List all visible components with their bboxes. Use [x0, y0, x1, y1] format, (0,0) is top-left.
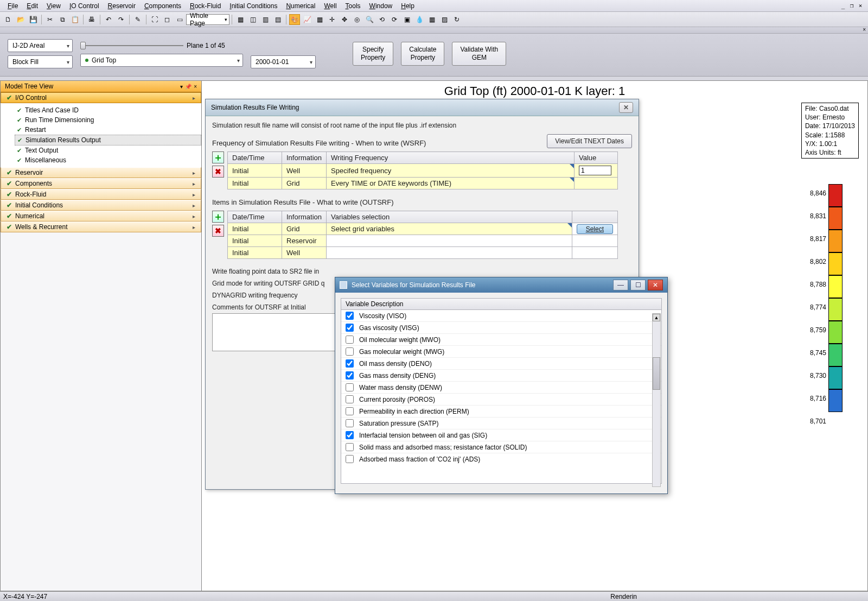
save-icon[interactable]: 💾 [28, 14, 39, 25]
outsrf-table[interactable]: Date/TimeInformationVariables selection … [227, 211, 618, 259]
edit-icon[interactable]: ✎ [132, 14, 143, 25]
tree-leaf-simulation-results-output[interactable]: ✔Simulation Results Output [15, 135, 201, 145]
variable-row[interactable]: Viscosity (VISO) [341, 310, 661, 322]
open-file-icon[interactable]: 📂 [15, 14, 26, 25]
variable-row[interactable]: Adsorbed mass fraction of 'CO2 inj' (ADS… [341, 453, 661, 465]
paste-icon[interactable]: 📋 [69, 14, 80, 25]
zoom-region-icon[interactable]: ◻ [162, 14, 173, 25]
menu-edit[interactable]: Edit [22, 1, 42, 11]
view-tnext-dates-button[interactable]: View/Edit TNEXT Dates [547, 134, 632, 148]
grid-icon[interactable]: ▦ [314, 14, 325, 25]
print-icon[interactable]: 🖶 [86, 14, 97, 25]
plane-slider[interactable] [80, 41, 183, 50]
variable-checkbox[interactable] [346, 419, 354, 427]
window-close-icon[interactable]: × [856, 2, 865, 9]
dialog2-close-button[interactable]: ✕ [648, 280, 663, 290]
zoom-selection-icon[interactable]: ▭ [174, 14, 185, 25]
menu-help[interactable]: Help [397, 1, 419, 11]
rotate-icon[interactable]: ⟲ [376, 14, 387, 25]
copy-icon[interactable]: ⧉ [57, 14, 68, 25]
variable-row[interactable]: Saturation pressure (SATP) [341, 417, 661, 429]
variable-row[interactable]: Permeability in each direction (PERM) [341, 406, 661, 417]
variable-checkbox[interactable] [346, 336, 354, 344]
variable-row[interactable]: Gas molecular weight (MWG) [341, 346, 661, 358]
date-combo[interactable]: 2000-01-01 [251, 55, 316, 68]
variable-checkbox[interactable] [346, 359, 354, 368]
menu-tools[interactable]: Tools [341, 1, 365, 11]
tree-pin-icon[interactable]: 📌 [185, 84, 192, 90]
zoom-in-icon[interactable]: 🔍 [364, 14, 375, 25]
variable-list[interactable]: Viscosity (VISO)Gas viscosity (VISG)Oil … [341, 310, 662, 484]
chart-icon[interactable]: 📈 [302, 14, 312, 25]
table-row[interactable]: InitialWell [228, 247, 618, 259]
undo-icon[interactable]: ↶ [103, 14, 114, 25]
value-input[interactable] [579, 166, 611, 175]
select-variables-button[interactable]: Select [577, 224, 613, 234]
window-restore-icon[interactable]: ❐ [847, 2, 856, 9]
validate-gem-button[interactable]: Validate With GEM [452, 42, 506, 66]
view-3d-icon[interactable]: ◫ [247, 14, 258, 25]
view-layer-icon[interactable]: ▤ [272, 14, 283, 25]
variable-checkbox[interactable] [346, 443, 354, 451]
ribbon-close-icon[interactable]: × [863, 27, 866, 33]
tree-leaf-text-output[interactable]: ✔Text Output [15, 145, 201, 155]
droplet-icon[interactable]: 💧 [414, 14, 425, 25]
variable-checkbox[interactable] [346, 371, 354, 379]
variable-row[interactable]: Oil mass density (DENO) [341, 358, 661, 370]
variable-list-scrollbar[interactable]: ▲ [652, 313, 661, 487]
variable-row[interactable]: Gas viscosity (VISG) [341, 322, 661, 334]
fill-mode-combo[interactable]: Block Fill [8, 55, 73, 68]
zoom-level-combo[interactable]: Whole Page [186, 14, 229, 25]
variable-checkbox[interactable] [346, 312, 354, 320]
reset-icon[interactable]: ⟳ [389, 14, 400, 25]
menu-numerical[interactable]: Numerical [282, 1, 320, 11]
items-add-button[interactable]: ＋ [212, 211, 224, 223]
tree-section-rock-fluid[interactable]: ✔Rock-Fluid▸ [1, 189, 201, 200]
menu-initial-conditions[interactable]: Initial Conditions [225, 1, 282, 11]
variable-checkbox[interactable] [346, 324, 354, 332]
dialog2-minimize-button[interactable]: — [613, 280, 628, 290]
freq-add-button[interactable]: ＋ [212, 151, 224, 163]
menu-well[interactable]: Well [320, 1, 341, 11]
variable-row[interactable]: Oil molecular weight (MWO) [341, 334, 661, 346]
variable-row[interactable]: Water mass density (DENW) [341, 382, 661, 394]
menu-rock-fluid[interactable]: Rock-Fluid [186, 1, 225, 11]
scroll-thumb[interactable] [653, 357, 660, 390]
variable-checkbox[interactable] [346, 431, 354, 439]
dialog1-close-button[interactable]: ✕ [619, 102, 633, 113]
new-file-icon[interactable]: 🗋 [3, 14, 14, 25]
menu-window[interactable]: Window [365, 1, 397, 11]
refresh-icon[interactable]: ↻ [451, 14, 462, 25]
fullscreen-icon[interactable]: ⛶ [149, 14, 160, 25]
tree-section-initial-conditions[interactable]: ✔Initial Conditions▸ [1, 200, 201, 211]
region-icon[interactable]: ▣ [401, 14, 412, 25]
wsrf-table[interactable]: Date/TimeInformationWriting FrequencyVal… [227, 151, 618, 189]
menu-components[interactable]: Components [140, 1, 186, 11]
tree-section-reservoir[interactable]: ✔Reservoir▸ [1, 167, 201, 178]
tree-section-components[interactable]: ✔Components▸ [1, 178, 201, 189]
window-minimize-icon[interactable]: _ [839, 2, 847, 9]
variable-row[interactable]: Interfacial tension between oil and gas … [341, 429, 661, 441]
tree-section-i-o-control[interactable]: ✔I/O Control▸ [1, 92, 201, 103]
variable-row[interactable]: Current porosity (POROS) [341, 394, 661, 406]
dialog2-maximize-button[interactable]: ☐ [630, 280, 646, 290]
variable-checkbox[interactable] [346, 347, 354, 356]
menu-io-control[interactable]: IO Control [65, 1, 104, 11]
variable-row[interactable]: Solid mass and adsorbed mass; resistance… [341, 441, 661, 453]
table-icon[interactable]: ▦ [235, 14, 246, 25]
palette-icon[interactable]: 🎨 [289, 14, 300, 25]
tree-section-wells-recurrent[interactable]: ✔Wells & Recurrent▸ [1, 222, 201, 232]
property-combo[interactable]: Grid Top [80, 54, 243, 67]
freq-delete-button[interactable]: ✖ [212, 166, 224, 178]
target-icon[interactable]: ◎ [352, 14, 362, 25]
menu-file[interactable]: File [3, 1, 22, 11]
move-icon[interactable]: ✥ [339, 14, 350, 25]
variable-row[interactable]: Gas mass density (DENG) [341, 370, 661, 382]
table-row[interactable]: InitialReservoir [228, 235, 618, 247]
tree-leaf-run-time-dimensioning[interactable]: ✔Run Time Dimensioning [15, 115, 201, 125]
variable-checkbox[interactable] [346, 383, 354, 391]
variable-checkbox[interactable] [346, 407, 354, 415]
tree-section-numerical[interactable]: ✔Numerical▸ [1, 211, 201, 222]
tree-leaf-restart[interactable]: ✔Restart [15, 125, 201, 135]
variable-checkbox[interactable] [346, 455, 354, 463]
